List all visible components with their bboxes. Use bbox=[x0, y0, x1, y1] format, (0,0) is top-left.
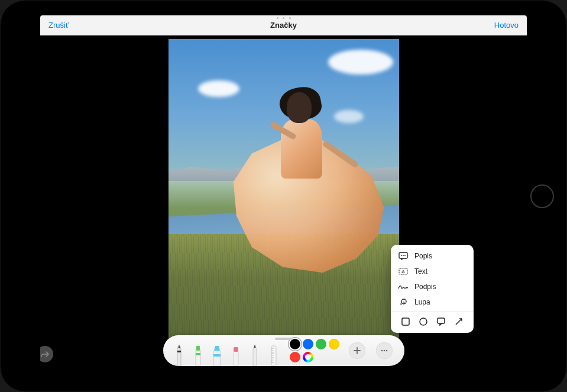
svg-rect-15 bbox=[196, 353, 200, 355]
magnifier-icon: aa bbox=[398, 297, 409, 307]
description-icon bbox=[398, 251, 409, 261]
figure-shape bbox=[239, 92, 381, 317]
svg-text:a: a bbox=[400, 302, 402, 306]
svg-point-2 bbox=[403, 255, 404, 256]
tool-pill bbox=[163, 335, 404, 366]
add-magnifier[interactable]: aa Lupa bbox=[391, 294, 474, 310]
marker-tool[interactable] bbox=[192, 340, 205, 366]
menu-label: Podpis bbox=[414, 283, 436, 291]
svg-rect-17 bbox=[213, 354, 221, 357]
svg-point-10 bbox=[420, 318, 427, 325]
svg-rect-9 bbox=[402, 318, 409, 325]
color-swatch-red[interactable] bbox=[290, 352, 300, 362]
svg-text:A: A bbox=[401, 269, 405, 274]
done-button[interactable]: Hotovo bbox=[494, 21, 519, 30]
cloud-shape bbox=[328, 50, 393, 74]
shape-square[interactable] bbox=[399, 315, 412, 328]
text-icon: A bbox=[398, 267, 409, 276]
markup-toolbar bbox=[163, 335, 404, 366]
color-swatch-blue[interactable] bbox=[303, 339, 313, 349]
add-button[interactable] bbox=[349, 342, 365, 359]
svg-point-29 bbox=[383, 350, 385, 352]
cancel-button[interactable]: Zrušiť bbox=[48, 21, 69, 30]
ruler-tool[interactable] bbox=[267, 340, 280, 366]
color-picker-button[interactable] bbox=[303, 352, 313, 362]
color-swatch-black[interactable] bbox=[290, 339, 300, 349]
shape-arrow[interactable] bbox=[452, 315, 465, 328]
svg-rect-16 bbox=[213, 351, 221, 366]
pen-tool[interactable] bbox=[173, 340, 186, 366]
menu-label: Lupa bbox=[414, 298, 430, 306]
svg-point-28 bbox=[381, 350, 383, 352]
home-button[interactable] bbox=[530, 184, 554, 208]
drag-handle-icon bbox=[277, 17, 291, 19]
svg-rect-18 bbox=[234, 351, 238, 366]
add-signature[interactable]: Podpis bbox=[391, 279, 474, 294]
add-menu-popup: Popis A Text Podpis aa Lupa bbox=[391, 245, 474, 333]
shape-row bbox=[391, 311, 474, 329]
svg-rect-12 bbox=[177, 351, 181, 352]
signature-icon bbox=[398, 282, 409, 291]
svg-point-3 bbox=[404, 255, 406, 256]
navbar: Zrušiť Značky Hotovo bbox=[40, 15, 527, 35]
svg-text:a: a bbox=[403, 300, 405, 304]
svg-point-30 bbox=[385, 350, 387, 352]
color-palette bbox=[286, 335, 341, 366]
ipad-frame: Zrušiť Značky Hotovo bbox=[0, 0, 567, 392]
pencil-tool[interactable] bbox=[248, 340, 261, 366]
highlighter-tool[interactable] bbox=[210, 340, 223, 366]
svg-rect-19 bbox=[234, 347, 238, 352]
svg-rect-20 bbox=[271, 346, 276, 366]
cloud-shape bbox=[198, 80, 239, 97]
svg-rect-13 bbox=[196, 349, 200, 366]
more-button[interactable] bbox=[376, 342, 393, 359]
redo-button[interactable] bbox=[40, 346, 53, 362]
eraser-tool[interactable] bbox=[229, 340, 242, 366]
shape-circle[interactable] bbox=[417, 315, 430, 328]
page-title: Značky bbox=[40, 21, 527, 30]
svg-rect-14 bbox=[196, 346, 200, 351]
menu-label: Popis bbox=[414, 252, 432, 260]
color-swatch-yellow[interactable] bbox=[329, 339, 339, 349]
menu-label: Text bbox=[414, 267, 427, 276]
svg-point-1 bbox=[401, 255, 402, 256]
photo[interactable] bbox=[169, 39, 399, 346]
screen: Zrušiť Značky Hotovo bbox=[40, 15, 527, 377]
color-swatch-green[interactable] bbox=[316, 339, 326, 349]
shape-speech-bubble[interactable] bbox=[435, 315, 448, 328]
add-description[interactable]: Popis bbox=[391, 248, 474, 264]
add-text[interactable]: A Text bbox=[391, 264, 474, 279]
history-controls bbox=[40, 346, 53, 362]
svg-rect-11 bbox=[438, 318, 445, 323]
